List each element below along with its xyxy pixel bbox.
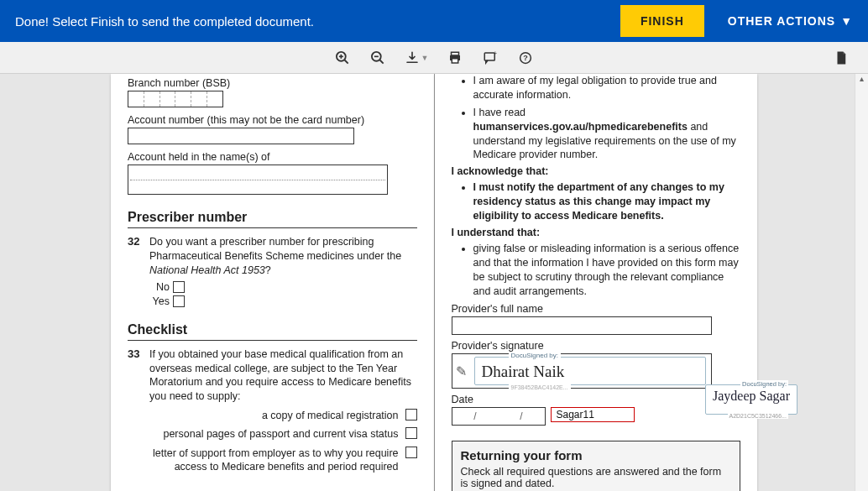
account-label: Account number (this may not be the card… bbox=[128, 114, 417, 126]
toolbar: ▼ + ? bbox=[0, 42, 868, 74]
zoom-in-icon bbox=[334, 50, 351, 66]
branch-label: Branch number (BSB) bbox=[128, 77, 417, 89]
other-actions-button[interactable]: OTHER ACTIONS ▼ bbox=[728, 14, 853, 28]
scroll-up-icon: ▴ bbox=[855, 74, 868, 87]
download-button[interactable]: ▼ bbox=[396, 44, 437, 71]
comment-button[interactable]: + bbox=[473, 44, 507, 71]
held-input bbox=[128, 165, 388, 195]
checkbox-yes bbox=[173, 295, 185, 307]
scrollbar[interactable]: ▴ bbox=[855, 74, 868, 491]
svg-line-1 bbox=[345, 60, 348, 63]
document-info-button[interactable] bbox=[824, 44, 858, 71]
top-bar: Done! Select Finish to send the complete… bbox=[0, 0, 868, 42]
signature-label: Provider's signature bbox=[452, 340, 741, 352]
check-item-1: a copy of medical registration bbox=[128, 409, 417, 422]
bullet-4: giving false or misleading information i… bbox=[473, 242, 741, 299]
help-icon: ? bbox=[518, 50, 533, 65]
q33-text: If you obtained your base medical qualif… bbox=[149, 347, 417, 405]
date-input[interactable]: // bbox=[452, 407, 546, 426]
bullet-3: I must notify the department of any chan… bbox=[473, 180, 741, 223]
status-message: Done! Select Finish to send the complete… bbox=[15, 14, 620, 29]
date-label: Date bbox=[452, 394, 741, 405]
docusigned-label: DocuSigned by: bbox=[509, 352, 561, 359]
q33-number: 33 bbox=[128, 347, 144, 405]
bullet-2: I have read humanservices.gov.au/hpmedic… bbox=[473, 106, 741, 163]
checklist-heading: Checklist bbox=[128, 322, 417, 341]
return-box: Returning your form Check all required q… bbox=[452, 441, 741, 491]
account-input bbox=[128, 128, 354, 144]
check-item-3: letter of support from employer as to wh… bbox=[128, 447, 417, 474]
pen-icon: ✎ bbox=[456, 363, 474, 379]
q32-number: 32 bbox=[128, 235, 144, 278]
print-button[interactable] bbox=[438, 44, 472, 71]
check-item-2: personal pages of passport and current v… bbox=[128, 427, 417, 441]
caret-down-icon: ▼ bbox=[840, 14, 853, 28]
comment-icon: + bbox=[483, 50, 498, 65]
acknowledge-2: I understand that: bbox=[452, 227, 741, 238]
svg-line-5 bbox=[380, 60, 384, 63]
return-p1: Check all required questions are answere… bbox=[461, 466, 732, 489]
zoom-out-button[interactable] bbox=[361, 44, 395, 71]
yes-option: Yes bbox=[149, 295, 417, 307]
acknowledge-1: I acknowledge that: bbox=[452, 165, 741, 177]
no-option: No bbox=[149, 281, 417, 293]
help-button[interactable]: ? bbox=[509, 44, 542, 71]
caret-down-icon: ▼ bbox=[421, 54, 429, 62]
prescriber-heading: Prescriber number bbox=[128, 210, 417, 228]
document-viewer: ▴ Branch number (BSB) Account number (th… bbox=[0, 74, 868, 491]
stamp-name: Jaydeep Sagar bbox=[713, 389, 790, 404]
return-heading: Returning your form bbox=[461, 448, 732, 462]
svg-text:?: ? bbox=[523, 54, 528, 62]
print-icon bbox=[447, 50, 463, 65]
signature-name: Dhairat Naik bbox=[482, 363, 698, 381]
fullname-input[interactable] bbox=[452, 316, 712, 335]
initials-stamp[interactable]: DocuSigned by: Jaydeep Sagar A2D21C5C351… bbox=[705, 384, 797, 415]
signature-hash: 9F38452BAC4142E... bbox=[509, 384, 571, 390]
svg-text:+: + bbox=[494, 50, 498, 57]
zoom-in-button[interactable] bbox=[326, 44, 359, 71]
branch-boxes bbox=[128, 91, 223, 107]
held-label: Account held in the name(s) of bbox=[128, 151, 417, 163]
finish-button[interactable]: FINISH bbox=[620, 5, 704, 37]
overlay-tag[interactable]: Sagar11 bbox=[551, 407, 635, 422]
svg-rect-9 bbox=[452, 58, 458, 62]
page-right: I am aware of my legal obligation to pro… bbox=[435, 74, 758, 491]
checkbox-no bbox=[173, 281, 185, 293]
document-icon bbox=[834, 50, 849, 65]
zoom-out-icon bbox=[369, 50, 386, 66]
bullet-1: I am aware of my legal obligation to pro… bbox=[473, 74, 741, 102]
signature-box[interactable]: ✎ DocuSigned by: Dhairat Naik 9F38452BAC… bbox=[452, 353, 712, 389]
other-actions-label: OTHER ACTIONS bbox=[728, 14, 835, 28]
stamp-hash: A2D21C5C3512466... bbox=[728, 413, 789, 419]
fullname-label: Provider's full name bbox=[452, 303, 741, 315]
download-icon bbox=[405, 50, 420, 65]
svg-rect-7 bbox=[452, 52, 459, 55]
q32-text: Do you want a prescriber number for pres… bbox=[149, 235, 417, 278]
page-left: Branch number (BSB) Account number (this… bbox=[111, 74, 435, 491]
stamp-label: DocuSigned by: bbox=[740, 380, 788, 388]
